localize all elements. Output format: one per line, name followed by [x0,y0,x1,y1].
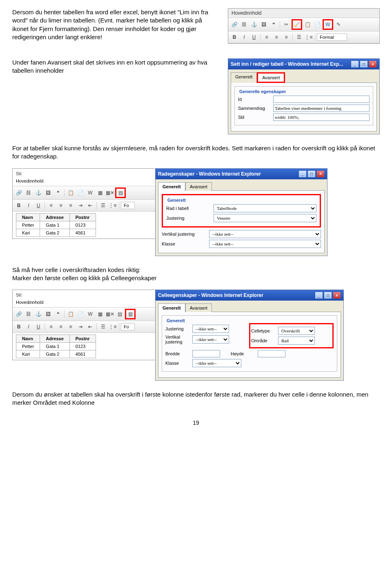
quote-icon[interactable]: ❝ [269,20,278,29]
paste-icon[interactable]: 📋 [303,20,312,29]
cut-icon[interactable]: ✂ [282,20,291,29]
th-navn[interactable]: Navn [16,335,40,343]
select-vjust[interactable]: --ikke sett-- [192,335,229,343]
input-id[interactable] [273,96,370,103]
td[interactable]: Kari [16,229,40,236]
edit-icon[interactable]: ✎ [334,20,343,29]
anchor-icon[interactable]: ⚓ [249,20,258,29]
paste-text-icon[interactable]: 📄 [313,20,322,29]
tab-generelt[interactable]: Generelt [158,182,185,191]
table-icon[interactable]: ▦ [96,310,105,319]
link-icon[interactable]: 🔗 [230,20,239,29]
th-navn[interactable]: Navn [16,213,40,221]
align-right-icon[interactable]: ≡ [66,322,75,331]
select-omrade[interactable]: Rad [278,337,315,345]
tab-generelt[interactable]: Generelt [231,72,257,83]
td[interactable]: Gata 1 [40,343,69,350]
align-right-icon[interactable]: ≡ [66,201,75,210]
close-icon[interactable]: × [333,292,341,299]
align-left-icon[interactable]: ≡ [47,201,56,210]
unlink-icon[interactable]: ⛓ [24,188,33,197]
format-dropdown[interactable]: Format [317,33,347,41]
indent-icon[interactable]: ⇥ [76,322,85,331]
cell-properties-icon[interactable]: ▥ [125,309,136,319]
paste-icon[interactable]: 📋 [66,188,75,197]
indent-icon[interactable]: ⇥ [76,201,85,210]
outdent-icon[interactable]: ⇤ [86,322,95,331]
list-ol-icon[interactable]: ⋮≡ [108,322,117,331]
list-ul-icon[interactable]: ☰ [294,33,303,42]
close-icon[interactable]: × [316,170,325,178]
italic-icon[interactable]: I [240,33,249,42]
image-icon[interactable]: 🖼 [259,20,268,29]
unlink-icon[interactable]: ⛓ [240,20,249,29]
align-right-icon[interactable]: ≡ [282,33,291,42]
td[interactable]: 4561 [69,350,96,358]
bold-icon[interactable]: B [14,322,23,331]
content-table[interactable]: NavnAdressePostnr PetterGata 10123 KariG… [16,213,96,237]
link-icon[interactable]: 🔗 [14,310,23,319]
paste-word-icon[interactable]: W [86,188,95,197]
image-icon[interactable]: 🖼 [44,188,53,197]
tab-avansert[interactable]: Avansert [185,303,212,312]
table-icon[interactable]: ▦ [96,188,105,197]
input-stil[interactable] [273,114,370,121]
select-klasse[interactable]: --ikke sett-- [209,240,321,248]
td[interactable]: Gata 1 [40,221,69,229]
paste-text-icon[interactable]: 📄 [76,310,85,319]
format-dropdown[interactable]: Fo [121,202,135,209]
select-vjust[interactable]: --ikke sett-- [209,230,321,238]
link-icon[interactable]: 🔗 [14,188,23,197]
minimize-icon[interactable]: _ [298,170,307,178]
quote-icon[interactable]: ❝ [53,188,62,197]
th-postnr[interactable]: Postnr [69,335,96,343]
select-justering[interactable]: --ikke sett-- [192,325,229,333]
paste-text-icon[interactable]: 📄 [76,188,85,197]
anchor-icon[interactable]: ⚓ [34,188,43,197]
bold-icon[interactable]: B [14,201,23,210]
maximize-icon[interactable]: □ [324,292,332,299]
th-postnr[interactable]: Postnr [69,213,96,221]
minimize-icon[interactable]: _ [351,60,359,68]
td[interactable]: Petter [16,221,40,229]
input-hoyde[interactable] [258,350,285,357]
quote-icon[interactable]: ❝ [53,310,62,319]
td[interactable]: 0123 [69,343,96,350]
align-center-icon[interactable]: ≡ [272,33,281,42]
select-klasse[interactable]: --ikke sett-- [192,359,241,367]
close-icon[interactable]: × [369,60,377,68]
maximize-icon[interactable]: □ [360,60,368,68]
table-delete-icon[interactable]: ▦✕ [105,310,114,319]
select-celletype[interactable]: Overskrift [278,327,315,335]
tab-generelt[interactable]: Generelt [158,303,185,312]
underline-icon[interactable]: U [34,201,43,210]
italic-icon[interactable]: I [24,201,33,210]
unlink-icon[interactable]: ⛓ [24,310,33,319]
align-center-icon[interactable]: ≡ [56,322,65,331]
table-delete-icon[interactable]: ▦✕ [105,188,114,197]
list-ol-icon[interactable]: ⋮≡ [108,201,117,210]
minimize-icon[interactable]: _ [315,292,323,299]
image-icon[interactable]: 🖼 [44,310,53,319]
select-rad[interactable]: Tabellhode [214,204,316,212]
td[interactable]: Kari [16,350,40,358]
paste-word-icon[interactable]: W [86,310,95,319]
list-ol-icon[interactable]: ⋮≡ [304,33,313,42]
align-left-icon[interactable]: ≡ [262,33,271,42]
anchor-icon[interactable]: ⚓ [34,310,43,319]
clear-format-icon[interactable]: 🧹 [292,19,302,30]
row-properties-icon[interactable]: ▤ [115,310,124,319]
td[interactable]: Gata 2 [40,350,69,358]
select-justering[interactable]: Venstre [214,214,316,222]
row-properties-icon[interactable]: ▤ [115,187,126,198]
content-table[interactable]: NavnAdressePostnr PetterGata 10123 KariG… [16,335,96,358]
input-bredde[interactable] [192,350,220,357]
bold-icon[interactable]: B [230,33,239,42]
format-dropdown[interactable]: Fo [121,323,135,330]
td[interactable]: 4561 [69,229,96,236]
td[interactable]: Gata 2 [40,229,69,236]
underline-icon[interactable]: U [34,322,43,331]
align-center-icon[interactable]: ≡ [56,201,65,210]
th-adresse[interactable]: Adresse [40,335,69,343]
paste-word-icon[interactable]: W [323,19,333,30]
